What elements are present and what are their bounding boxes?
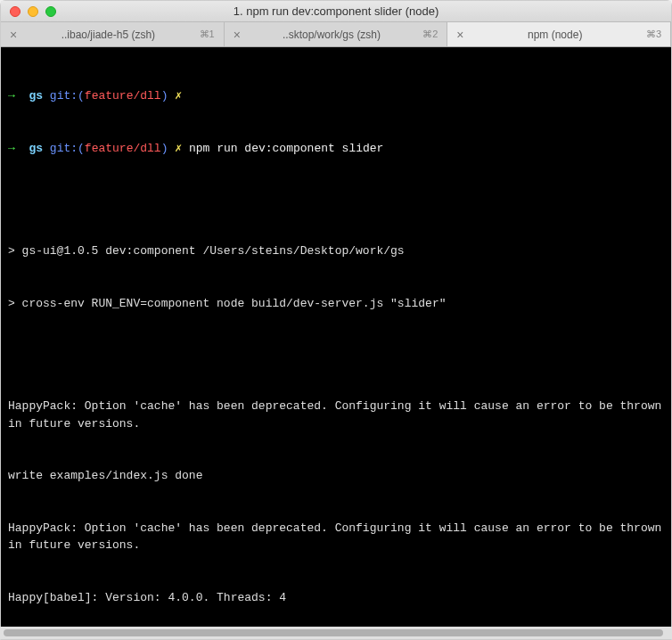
scrollbar-thumb[interactable] (4, 629, 663, 636)
git-branch: feature/dll (85, 89, 161, 103)
tab-3[interactable]: × npm (node) ⌘3 (447, 22, 671, 46)
tabbar: × ..ibao/jiade-h5 (zsh) ⌘1 × ..sktop/wor… (1, 22, 671, 47)
close-icon[interactable]: × (234, 29, 241, 41)
output-line: > gs-ui@1.0.5 dev:component /Users/stein… (8, 242, 664, 260)
maximize-icon[interactable] (45, 6, 56, 17)
prompt-dir: gs (29, 142, 43, 155)
tab-shortcut: ⌘1 (200, 29, 215, 40)
blank-line (8, 192, 664, 208)
horizontal-scrollbar[interactable] (0, 627, 672, 639)
git-close: ) (161, 89, 168, 103)
output-line: > cross-env RUN_ENV=component node build… (8, 295, 664, 313)
prompt-line: → gs git:(feature/dll) ✗ (8, 87, 664, 105)
tab-1[interactable]: × ..ibao/jiade-h5 (zsh) ⌘1 (1, 22, 225, 46)
titlebar: 1. npm run dev:component slider (node) (1, 1, 671, 22)
prompt-line: → gs git:(feature/dll) ✗ npm run dev:com… (8, 140, 664, 158)
prompt-arrow-icon: → (8, 142, 15, 155)
blank-line (8, 347, 664, 363)
output-line: Happy[babel]: Version: 4.0.0. Threads: 4 (8, 589, 664, 607)
git-label: git:( (50, 142, 85, 155)
git-close: ) (161, 142, 168, 155)
tab-label: ..sktop/work/gs (zsh) (250, 29, 414, 41)
prompt-arrow-icon: → (8, 89, 15, 103)
git-branch: feature/dll (85, 142, 161, 155)
tab-label: npm (node) (473, 29, 637, 41)
tab-2[interactable]: × ..sktop/work/gs (zsh) ⌘2 (225, 22, 448, 46)
close-icon[interactable] (10, 6, 20, 17)
traffic-lights (10, 6, 56, 17)
git-label: git:( (50, 89, 85, 103)
minimize-icon[interactable] (28, 6, 38, 17)
command-text: npm run dev:component slider (189, 142, 383, 155)
output-line: HappyPack: Option 'cache' has been depre… (8, 520, 664, 554)
tab-label: ..ibao/jiade-h5 (zsh) (26, 29, 190, 41)
terminal-output[interactable]: → gs git:(feature/dll) ✗ → gs git:(featu… (1, 47, 671, 639)
close-icon[interactable]: × (456, 29, 463, 41)
window-title: 1. npm run dev:component slider (node) (8, 4, 664, 18)
prompt-dir: gs (29, 89, 43, 103)
tab-shortcut: ⌘2 (422, 29, 438, 40)
output-line: HappyPack: Option 'cache' has been depre… (8, 398, 664, 432)
output-line: write examples/index.js done (8, 467, 664, 485)
dirty-icon: ✗ (175, 142, 182, 155)
terminal-window: 1. npm run dev:component slider (node) ×… (0, 0, 672, 640)
dirty-icon: ✗ (175, 89, 182, 103)
close-icon[interactable]: × (10, 29, 17, 41)
tab-shortcut: ⌘3 (646, 29, 661, 40)
